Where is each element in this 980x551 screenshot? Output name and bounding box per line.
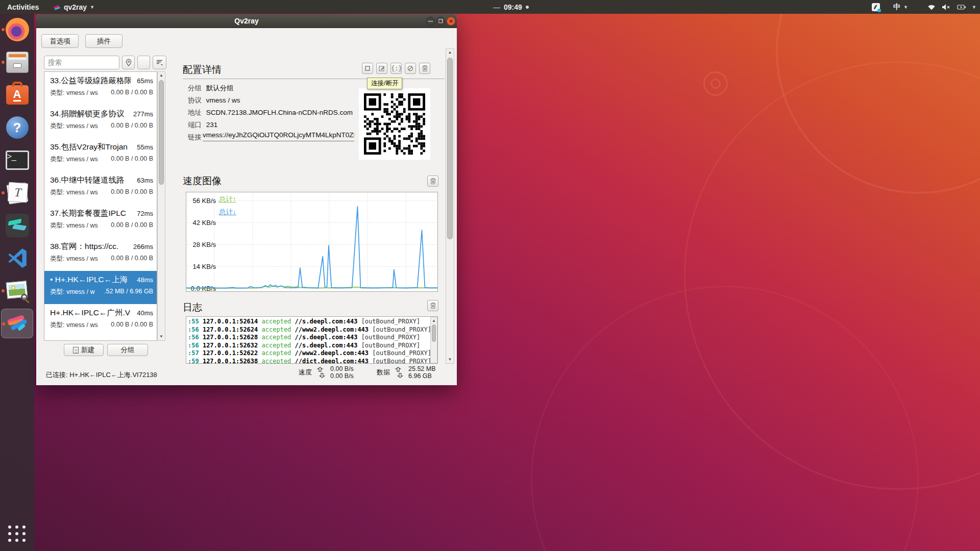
dock-item-ubuntu-software[interactable]: A	[1, 80, 33, 110]
server-ping: 48ms	[137, 276, 153, 284]
activities-button[interactable]: Activities	[3, 0, 43, 14]
running-indicator	[2, 28, 5, 31]
edit-json-button[interactable]: {:}	[390, 63, 402, 74]
server-type: 类型: vmess / ws	[50, 155, 98, 164]
input-method-icon[interactable]	[868, 0, 884, 14]
log-output: :55 127.0.0.1:52614 accepted //s.deepl.c…	[186, 316, 438, 364]
server-list-item[interactable]: 35.包括V2ray和Trojan 55ms 类型: vmess / ws 0.…	[44, 138, 157, 171]
qv2ray-mini-icon	[53, 3, 61, 11]
plugins-button[interactable]: 插件	[85, 34, 122, 48]
close-button[interactable]: ✕	[447, 17, 455, 26]
dock-item-screenshot-tool[interactable]	[1, 276, 33, 306]
blank-button[interactable]	[137, 56, 150, 69]
window-titlebar[interactable]: Qv2ray — ❒ ✕	[36, 14, 457, 28]
clock-menu[interactable]: — 09:49	[489, 0, 533, 14]
search-input[interactable]	[44, 56, 119, 69]
server-list-item[interactable]: 34.捐贈解锁更多协议 277ms 类型: vmess / ws 0.00 B …	[44, 105, 157, 138]
server-list-item[interactable]: • H+.HK←IPLC←上海 48ms 类型: vmess / w .52 M…	[44, 271, 157, 304]
detail-row-group: 分组 默认分组	[188, 84, 234, 93]
legend-download[interactable]: 总计↓	[219, 208, 236, 217]
new-connection-button[interactable]: 新建	[64, 344, 104, 356]
log-line: :57 127.0.0.1:52622 accepted //www2.deep…	[188, 349, 430, 358]
server-list-scrollbar[interactable]: ▲ ▼	[157, 71, 165, 341]
scroll-down-icon[interactable]: ▼	[446, 356, 454, 363]
server-list-item[interactable]: H+.HK←IPLC←广州.V 40ms 类型: vmess / ws 0.00…	[44, 304, 157, 337]
battery-icon	[957, 4, 966, 10]
dock-item-terminal[interactable]: >_	[1, 145, 33, 175]
delete-icon	[430, 302, 436, 309]
server-type: 类型: vmess / w	[50, 288, 95, 296]
server-list-item[interactable]: 37.长期套餐覆盖IPLC 72ms 类型: vmess / ws 0.00 B…	[44, 205, 157, 238]
server-traffic: 0.00 B / 0.00 B	[111, 89, 153, 97]
speed-chart: 56 KB/s42 KB/s28 KB/s14 KB/s0.0 KB/s 总计↑…	[186, 192, 438, 292]
scroll-down-icon[interactable]: ▼	[158, 333, 165, 340]
server-name: 33.公益等级線路嚴格限	[50, 76, 131, 86]
dock-item-text-editor[interactable]: T	[1, 178, 33, 208]
scroll-up-icon[interactable]: ▲	[431, 317, 437, 324]
clear-log-button[interactable]	[427, 300, 438, 311]
scroll-up-icon[interactable]: ▲	[446, 49, 454, 56]
wallpaper-ring-large2	[531, 286, 919, 551]
preferences-button[interactable]: 首选项	[41, 34, 79, 48]
sort-filter-button[interactable]	[153, 56, 166, 69]
server-ping: 65ms	[137, 77, 153, 85]
server-type: 类型: vmess / ws	[50, 122, 98, 131]
qv2ray-window: Qv2ray — ❒ ✕ 首选项 插件 33.公益等级線路嚴格限 65ms 类型…	[36, 14, 457, 385]
speed-up-value: 0.00 B/s	[330, 365, 354, 372]
media-dash-icon: —	[493, 3, 500, 11]
server-name: H+.HK←IPLC←广州.V	[50, 308, 130, 318]
scroll-up-icon[interactable]: ▲	[158, 72, 165, 79]
server-traffic: 0.00 B / 0.00 B	[111, 255, 153, 263]
details-separator	[183, 79, 445, 79]
svg-text:28 KB/s: 28 KB/s	[192, 241, 216, 248]
dock-item-dev-tool[interactable]	[1, 211, 33, 240]
server-ping: 72ms	[137, 210, 153, 217]
dock: A ? >_ T	[0, 14, 34, 551]
main-scrollbar[interactable]: ▲ ▼	[446, 48, 454, 364]
locate-button[interactable]	[122, 56, 135, 69]
server-list-item[interactable]: H+.HK←IPLC←	[44, 337, 157, 341]
server-type: 类型: vmess / ws	[50, 188, 98, 197]
chevron-down-icon: ▼	[903, 5, 908, 10]
server-list-item[interactable]: 36.中继中转隧道线路 63ms 类型: vmess / ws 0.00 B /…	[44, 171, 157, 205]
dock-item-qv2ray[interactable]	[1, 309, 33, 338]
notification-dot	[526, 6, 529, 9]
server-list-item[interactable]: 33.公益等级線路嚴格限 65ms 类型: vmess / ws 0.00 B …	[44, 72, 157, 105]
show-applications-button[interactable]	[1, 519, 33, 548]
latency-test-button[interactable]	[405, 63, 416, 74]
server-list-item[interactable]: 38.官网：https://cc. 266ms 类型: vmess / ws 0…	[44, 238, 157, 271]
log-line: :56 127.0.0.1:52632 accepted //s.deepl.c…	[188, 342, 430, 350]
dock-item-firefox[interactable]	[1, 15, 33, 44]
location-pin-icon	[126, 59, 132, 66]
share-link-field[interactable]: vmess://eyJhZGQiOiJTQ0ROLjcyMTM4LkpNT0ZM…	[203, 131, 354, 141]
server-type: 类型: vmess / ws	[50, 221, 98, 230]
latency-test-icon	[407, 65, 413, 71]
group-button[interactable]: 分组	[107, 344, 148, 356]
wallpaper-arc	[776, 0, 980, 194]
data-up-value: 25.52 MB	[408, 365, 436, 372]
minimize-button[interactable]: —	[426, 17, 435, 26]
up-down-arrows-icon	[394, 367, 404, 378]
server-ping: 63ms	[137, 177, 153, 184]
delete-config-button[interactable]	[419, 63, 430, 74]
wallpaper-ring-small	[703, 71, 728, 96]
log-scrollbar[interactable]: ▲	[430, 317, 437, 363]
maximize-button[interactable]: ❒	[436, 17, 445, 26]
edit-button[interactable]	[376, 63, 387, 74]
server-name: • H+.HK←IPLC←上海	[50, 274, 128, 285]
connect-toggle-button[interactable]	[362, 63, 373, 74]
dock-item-help[interactable]: ?	[1, 113, 33, 142]
detail-row-link-label: 链接	[188, 133, 202, 142]
chevron-down-icon: ▼	[972, 5, 976, 10]
server-traffic: 0.00 B / 0.00 B	[111, 122, 153, 131]
running-indicator	[2, 61, 5, 64]
clear-graph-button[interactable]	[427, 176, 438, 187]
qr-code	[359, 88, 430, 160]
input-method-menu[interactable]: 中 ▼	[889, 0, 912, 14]
dock-item-files[interactable]	[1, 47, 33, 77]
system-tray[interactable]: ▼	[923, 0, 980, 14]
server-traffic: .52 MB / 6.96 GB	[104, 288, 153, 296]
app-menu[interactable]: qv2ray ▼	[49, 0, 99, 14]
dock-item-vscode[interactable]	[1, 243, 33, 273]
legend-upload[interactable]: 总计↑	[219, 195, 236, 204]
